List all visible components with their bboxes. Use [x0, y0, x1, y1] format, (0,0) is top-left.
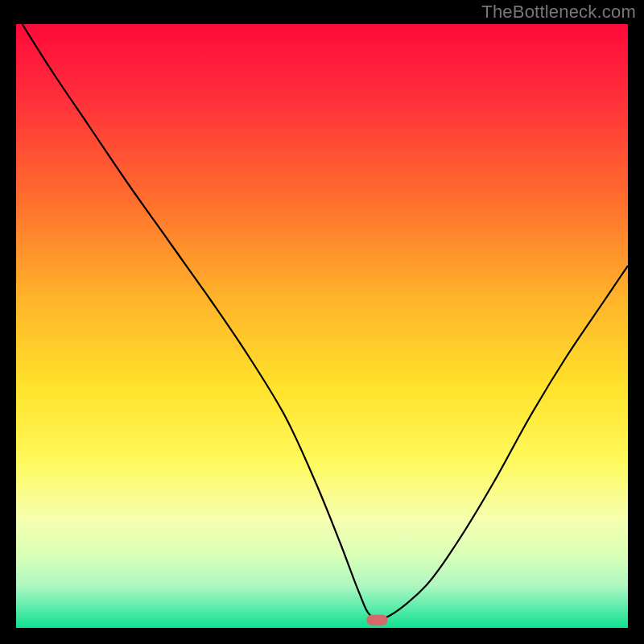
- plot-area: [16, 24, 628, 628]
- bottleneck-chart: [16, 24, 628, 628]
- chart-frame: TheBottleneck.com: [0, 0, 644, 644]
- watermark-text: TheBottleneck.com: [481, 2, 636, 23]
- chart-background: [16, 24, 628, 628]
- optimal-marker: [366, 615, 387, 625]
